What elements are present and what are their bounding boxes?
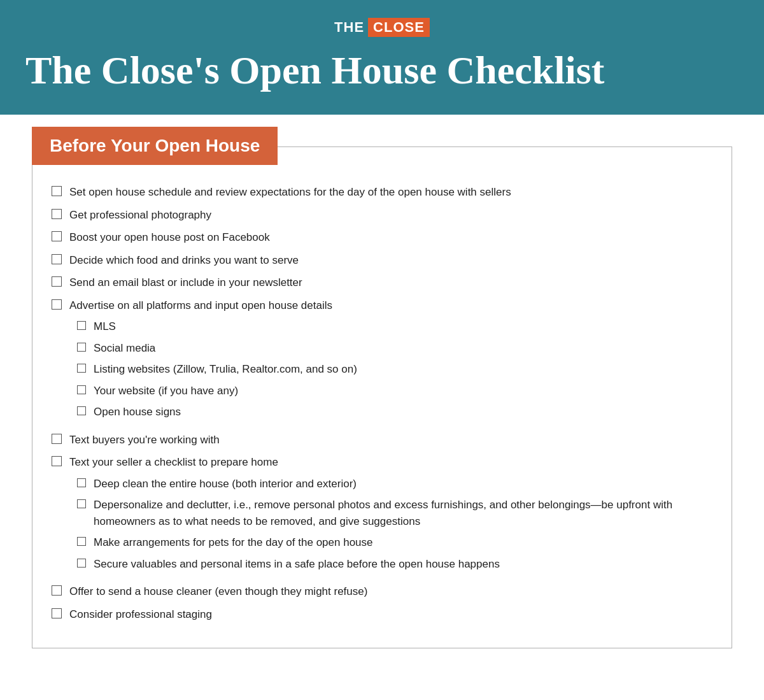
checkbox-8d[interactable] [77,559,86,568]
list-item[interactable]: Consider professional staging [52,606,712,623]
list-item[interactable]: Boost your open house post on Facebook [52,229,712,246]
content-area: Before Your Open House Set open house sc… [0,115,764,680]
item-text-4: Decide which food and drinks you want to… [69,252,712,269]
item-text-6a: MLS [94,318,357,335]
list-item[interactable]: MLS [77,318,357,335]
logo-the: THE [334,19,364,36]
item-text-8b: Depersonalize and declutter, i.e., remov… [94,497,712,529]
checkbox-6a[interactable] [77,321,86,330]
list-item[interactable]: Secure valuables and personal items in a… [77,556,712,573]
item-text-6b: Social media [94,340,357,357]
list-item[interactable]: Text your seller a checklist to prepare … [52,454,712,577]
sub-list-6: MLS Social media Listing websites (Zillo… [77,318,357,425]
checkbox-4[interactable] [52,254,62,264]
list-item[interactable]: Listing websites (Zillow, Trulia, Realto… [77,361,357,378]
checkbox-1[interactable] [52,186,62,196]
checkbox-8b[interactable] [77,499,86,508]
list-item[interactable]: Set open house schedule and review expec… [52,184,712,201]
page-header: THE CLOSE The Close's Open House Checkli… [0,0,764,115]
item-text-6d: Your website (if you have any) [94,383,357,399]
checkbox-2[interactable] [52,209,62,219]
item-text-6e: Open house signs [94,404,357,420]
list-item[interactable]: Advertise on all platforms and input ope… [52,297,712,425]
item-text-8d: Secure valuables and personal items in a… [94,556,712,573]
item-text-9: Offer to send a house cleaner (even thou… [69,583,712,600]
checkbox-6e[interactable] [77,406,86,415]
list-item[interactable]: Offer to send a house cleaner (even thou… [52,583,712,600]
page-title: The Close's Open House Checklist [25,48,739,92]
list-item[interactable]: Depersonalize and declutter, i.e., remov… [77,497,712,529]
item-text-1: Set open house schedule and review expec… [69,184,712,201]
list-item[interactable]: Make arrangements for pets for the day o… [77,534,712,551]
item-text-6: Advertise on all platforms and input ope… [69,297,332,314]
item-text-7: Text buyers you're working with [69,432,712,448]
item-text-5: Send an email blast or include in your n… [69,275,712,291]
item-text-8: Text your seller a checklist to prepare … [69,454,278,471]
list-item[interactable]: Send an email blast or include in your n… [52,275,712,291]
section-header: Before Your Open House [32,127,278,165]
list-item[interactable]: Decide which food and drinks you want to… [52,252,712,269]
checkbox-8[interactable] [52,456,62,466]
logo-close: CLOSE [368,18,430,37]
logo: THE CLOSE [334,18,430,37]
checkbox-5[interactable] [52,276,62,287]
sub-list-8: Deep clean the entire house (both interi… [77,476,712,578]
list-item[interactable]: Open house signs [77,404,357,420]
item-text-2: Get professional photography [69,207,712,224]
checkbox-3[interactable] [52,231,62,241]
list-item[interactable]: Text buyers you're working with [52,432,712,448]
list-item[interactable]: Deep clean the entire house (both interi… [77,476,712,492]
list-item[interactable]: Your website (if you have any) [77,383,357,399]
list-item[interactable]: Get professional photography [52,207,712,224]
checkbox-6d[interactable] [77,385,86,394]
checkbox-8c[interactable] [77,537,86,546]
section-container: Before Your Open House Set open house sc… [32,146,732,648]
list-item[interactable]: Social media [77,340,357,357]
item-text-8a: Deep clean the entire house (both interi… [94,476,712,492]
item-text-8c: Make arrangements for pets for the day o… [94,534,712,551]
checkbox-6b[interactable] [77,343,86,352]
checkbox-6c[interactable] [77,364,86,373]
checkbox-6[interactable] [52,299,62,310]
checklist: Set open house schedule and review expec… [52,184,712,622]
checkbox-9[interactable] [52,585,62,596]
item-text-10: Consider professional staging [69,606,712,623]
item-text-3: Boost your open house post on Facebook [69,229,712,246]
checkbox-8a[interactable] [77,478,86,487]
checkbox-10[interactable] [52,608,62,618]
checkbox-7[interactable] [52,434,62,444]
item-text-6c: Listing websites (Zillow, Trulia, Realto… [94,361,357,378]
